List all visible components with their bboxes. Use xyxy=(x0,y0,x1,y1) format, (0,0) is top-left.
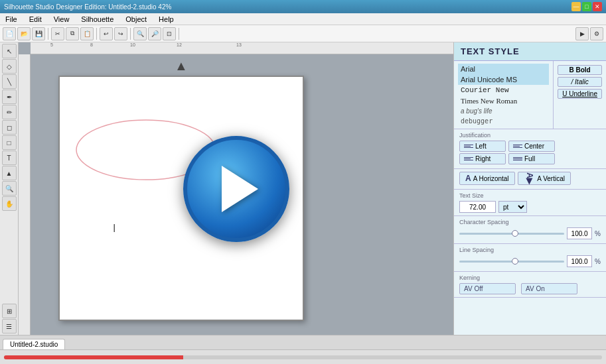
line-spacing-row: % xyxy=(459,255,601,267)
close-button[interactable]: ✕ xyxy=(593,2,602,11)
tool-zoom[interactable]: 🔍 xyxy=(2,181,17,196)
text-size-label: Text Size xyxy=(459,192,601,199)
toolbar: 📄 📂 💾 ✂ ⧉ 📋 ↩ ↪ 🔍 🔎 ⊡ ▶ ⚙ xyxy=(0,25,606,42)
justify-center[interactable]: Center xyxy=(508,141,555,152)
text-size-section: Text Size pt px mm xyxy=(454,190,606,216)
tool-extra-2[interactable]: ☰ xyxy=(2,319,17,334)
tool-select[interactable]: ↖ xyxy=(2,44,17,58)
ruler-left xyxy=(19,54,31,335)
minimize-button[interactable]: — xyxy=(571,2,581,11)
justify-right[interactable]: Right xyxy=(459,153,506,164)
jr1 xyxy=(464,157,473,158)
justification-label: Justification xyxy=(459,132,601,139)
menu-file[interactable]: File xyxy=(3,15,20,23)
tool-node[interactable]: ◇ xyxy=(2,59,17,74)
line-spacing-label: Line Spacing xyxy=(459,247,601,253)
tool-pencil[interactable]: ✏ xyxy=(2,105,17,119)
justify-center-icon xyxy=(513,145,522,148)
menu-view[interactable]: View xyxy=(51,15,72,23)
line-spacing-track xyxy=(459,261,564,263)
main-layout: ↖ ◇ ╲ ✒ ✏ ◻ □ T ▲ 🔍 ✋ ⊞ ☰ 5 8 10 12 13 xyxy=(0,42,606,335)
kerning-on-button[interactable]: AV On xyxy=(521,283,577,294)
tool-fill[interactable]: ▲ xyxy=(2,166,17,180)
menu-silhouette[interactable]: Silhouette xyxy=(78,15,116,23)
jc1 xyxy=(513,145,522,145)
toolbar-sep-1 xyxy=(48,28,48,40)
text-size-input[interactable] xyxy=(459,201,496,213)
toolbar-zoom-out[interactable]: 🔎 xyxy=(148,27,161,40)
toolbar-zoom-in[interactable]: 🔍 xyxy=(133,27,147,40)
panel-header: TEXT STYLE xyxy=(454,42,606,61)
char-spacing-input[interactable] xyxy=(567,227,592,239)
toolbar-save[interactable]: 💾 xyxy=(32,27,45,40)
tool-shape[interactable]: □ xyxy=(2,135,17,150)
justify-full[interactable]: Full xyxy=(508,153,555,164)
canvas-text-cursor: I xyxy=(113,223,115,235)
play-button[interactable] xyxy=(183,136,289,242)
toolbar-redo[interactable]: ↪ xyxy=(114,27,127,40)
maximize-button[interactable]: □ xyxy=(582,2,591,11)
tool-line[interactable]: ╲ xyxy=(2,74,17,89)
toolbar-sep-4 xyxy=(179,28,179,40)
menu-help[interactable]: Help xyxy=(156,15,177,23)
tool-text[interactable]: T xyxy=(2,151,17,165)
tool-pan[interactable]: ✋ xyxy=(2,196,17,211)
tab-untitled[interactable]: Untitled-2.studio xyxy=(3,339,65,349)
justify-left[interactable]: Left xyxy=(459,141,506,152)
text-direction-section: A A Horizontal A▶ A Vertical xyxy=(454,169,606,190)
vertical-button[interactable]: A▶ A Vertical xyxy=(518,172,571,185)
char-spacing-section: Character Spacing % xyxy=(454,216,606,244)
justification-section: Justification Left Cente xyxy=(454,129,606,169)
title-bar: Silhouette Studio Designer Edition: Unti… xyxy=(0,0,606,13)
font-item-bugs[interactable]: a bug's life xyxy=(458,106,549,116)
jf2 xyxy=(513,158,522,159)
justification-row-2: Right Full xyxy=(459,153,601,164)
toolbar-sep-3 xyxy=(130,28,131,40)
menu-object[interactable]: Object xyxy=(123,15,149,23)
font-item-debugger[interactable]: debugger xyxy=(458,116,549,126)
jc2 xyxy=(513,146,520,147)
justify-right-icon xyxy=(464,157,473,160)
toolbar-copy[interactable]: ⧉ xyxy=(66,27,79,40)
font-item-arial[interactable]: Arial xyxy=(458,64,549,74)
kerning-off-button[interactable]: AV Off xyxy=(459,283,516,294)
horizontal-button[interactable]: A A Horizontal xyxy=(459,172,515,185)
jr2 xyxy=(464,158,471,159)
tool-eraser[interactable]: ◻ xyxy=(2,120,17,135)
font-item-courier[interactable]: Courier New xyxy=(458,85,549,95)
toolbar-fit[interactable]: ⊡ xyxy=(163,27,176,40)
char-spacing-label: Character Spacing xyxy=(459,219,601,225)
jl2 xyxy=(464,146,471,147)
bold-button[interactable]: B Bold xyxy=(558,65,602,75)
toolbar-undo[interactable]: ↩ xyxy=(100,27,113,40)
jr3 xyxy=(464,160,473,160)
canvas-up-arrow: ▲ xyxy=(175,58,188,74)
char-spacing-thumb[interactable] xyxy=(512,230,518,237)
toolbar-open[interactable]: 📂 xyxy=(17,27,31,40)
toolbar-settings[interactable]: ⚙ xyxy=(590,27,603,40)
canvas-area: 5 8 10 12 13 ▲ I xyxy=(19,42,453,335)
font-list: Arial Arial Unicode MS Courier New Times… xyxy=(454,61,553,129)
char-spacing-slider[interactable] xyxy=(459,229,564,238)
kerning-section: Kerning AV Off AV On xyxy=(454,272,606,298)
font-item-times[interactable]: Times New Roman xyxy=(458,95,549,106)
jf1 xyxy=(513,157,522,158)
font-item-arial-unicode[interactable]: Arial Unicode MS xyxy=(458,74,549,85)
toolbar-paste[interactable]: 📋 xyxy=(80,27,94,40)
underline-button[interactable]: U Underline xyxy=(558,89,602,99)
toolbar-cut[interactable]: ✂ xyxy=(51,27,64,40)
tool-pen[interactable]: ✒ xyxy=(2,90,17,104)
status-progress-fill xyxy=(4,355,183,359)
jl1 xyxy=(464,145,473,145)
line-spacing-input[interactable] xyxy=(567,255,592,267)
line-spacing-thumb[interactable] xyxy=(512,258,518,265)
text-size-unit[interactable]: pt px mm xyxy=(498,201,527,213)
toolbar-new[interactable]: 📄 xyxy=(3,27,16,40)
menu-edit[interactable]: Edit xyxy=(27,15,44,23)
italic-button[interactable]: / Italic xyxy=(558,77,602,87)
line-spacing-slider[interactable] xyxy=(459,257,564,266)
text-direction-row: A A Horizontal A▶ A Vertical xyxy=(459,172,601,185)
menu-bar: File Edit View Silhouette Object Help xyxy=(0,13,606,25)
toolbar-send[interactable]: ▶ xyxy=(575,27,589,40)
tool-extra-1[interactable]: ⊞ xyxy=(2,304,17,318)
